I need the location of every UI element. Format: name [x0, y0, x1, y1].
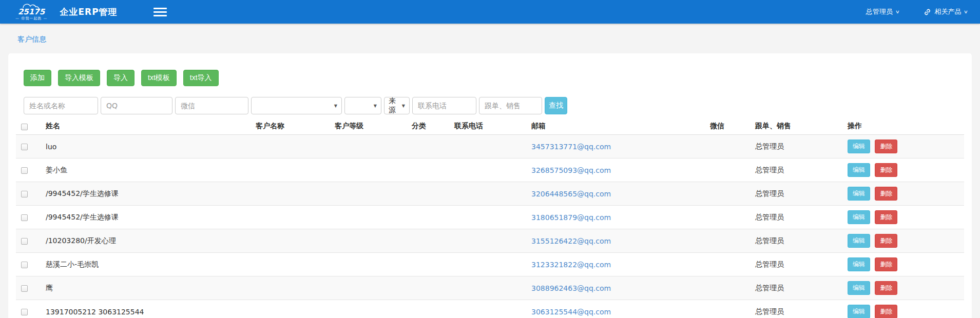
import-button[interactable]: 导入	[107, 70, 134, 86]
email-link[interactable]: 3206448565@qq.com	[531, 190, 611, 198]
cell-wechat	[705, 135, 750, 158]
edit-button[interactable]: 编辑	[848, 210, 870, 224]
row-checkbox[interactable]	[21, 144, 28, 150]
edit-button[interactable]: 编辑	[848, 257, 870, 271]
edit-button[interactable]: 编辑	[848, 305, 870, 318]
import-template-button[interactable]: 导入模板	[58, 70, 100, 86]
email-link[interactable]: 3123321822@qq.com	[531, 261, 611, 269]
cell-wechat	[705, 300, 750, 318]
cell-customer-name	[251, 135, 330, 158]
cell-phone	[449, 276, 526, 300]
source-select[interactable]: 来源 ▼	[384, 97, 410, 114]
name-search-input[interactable]	[24, 97, 98, 114]
row-checkbox[interactable]	[21, 309, 28, 315]
table-row: luo 3457313771@qq.com 总管理员 编辑 删除	[16, 135, 964, 158]
user-menu-label: 总管理员	[866, 7, 893, 16]
cell-customer-name	[251, 206, 330, 229]
cell-sales: 总管理员	[750, 300, 842, 318]
filter-select-1[interactable]: ▼	[251, 97, 342, 114]
cell-phone	[449, 300, 526, 318]
delete-button[interactable]: 删除	[875, 187, 897, 201]
cell-category	[407, 229, 449, 253]
cell-wechat	[705, 276, 750, 300]
table-row: /9945452/学生选修课 3206448565@qq.com 总管理员 编辑…	[16, 182, 964, 206]
email-link[interactable]: 3088962463@qq.com	[531, 284, 611, 292]
table-row: /10203280/开发心理 3155126422@qq.com 总管理员 编辑…	[16, 229, 964, 253]
qq-search-input[interactable]	[101, 97, 172, 114]
cell-category	[407, 158, 449, 182]
delete-button[interactable]: 删除	[875, 281, 897, 295]
cloud-icon: 25175	[16, 3, 46, 16]
cell-phone	[449, 135, 526, 158]
cell-sales: 总管理员	[750, 158, 842, 182]
chevron-down-icon: ▼	[374, 104, 377, 108]
cell-customer-name	[251, 158, 330, 182]
cell-sales: 总管理员	[750, 135, 842, 158]
email-link[interactable]: 3180651879@qq.com	[531, 213, 611, 222]
cell-category	[407, 182, 449, 206]
user-menu[interactable]: 总管理员 ∨	[866, 7, 899, 16]
delete-button[interactable]: 删除	[875, 140, 897, 153]
column-header-2: 客户等级	[330, 118, 407, 135]
row-checkbox[interactable]	[21, 191, 28, 197]
edit-button[interactable]: 编辑	[848, 163, 870, 177]
filter-select-2[interactable]: ▼	[344, 97, 381, 114]
cell-category	[407, 253, 449, 276]
delete-button[interactable]: 删除	[875, 257, 897, 271]
edit-button[interactable]: 编辑	[848, 187, 870, 201]
search-button[interactable]: 查找	[545, 97, 567, 114]
table-row: 13917005212 3063125544 3063125544@qq.com…	[16, 300, 964, 318]
row-checkbox[interactable]	[21, 214, 28, 221]
row-checkbox[interactable]	[21, 285, 28, 292]
email-link[interactable]: 3155126422@qq.com	[531, 237, 611, 245]
delete-button[interactable]: 删除	[875, 210, 897, 224]
chevron-down-icon: ▼	[402, 104, 405, 108]
cell-wechat	[705, 206, 750, 229]
cell-customer-name	[251, 300, 330, 318]
cell-level	[330, 229, 407, 253]
row-checkbox[interactable]	[21, 238, 28, 245]
column-header-0: 姓名	[41, 118, 251, 135]
table-body: luo 3457313771@qq.com 总管理员 编辑 删除 姜小鱼 326…	[16, 135, 964, 318]
select-all-checkbox[interactable]	[21, 124, 28, 130]
email-link[interactable]: 3268575093@qq.com	[531, 166, 611, 174]
add-button[interactable]: 添加	[24, 70, 51, 86]
row-checkbox[interactable]	[21, 262, 28, 268]
email-link[interactable]: 3457313771@qq.com	[531, 143, 611, 151]
edit-button[interactable]: 编辑	[848, 281, 870, 295]
edit-button[interactable]: 编辑	[848, 140, 870, 153]
related-products-menu[interactable]: 相关产品 ∨	[924, 7, 968, 16]
logo-tagline: — 你我一起跑 —	[15, 17, 47, 21]
sales-search-input[interactable]	[479, 97, 542, 114]
cell-name: luo	[41, 135, 251, 158]
delete-button[interactable]: 删除	[875, 305, 897, 318]
navbar: 25175 — 你我一起跑 — 企业ERP管理 总管理员 ∨ 相关产品 ∨	[0, 0, 980, 24]
table-row: 慈溪二小-毛崇凯 3123321822@qq.com 总管理员 编辑 删除	[16, 253, 964, 276]
hamburger-menu-icon[interactable]	[153, 8, 167, 16]
cell-wechat	[705, 182, 750, 206]
breadcrumb-customer-info[interactable]: 客户信息	[17, 35, 46, 43]
cell-phone	[449, 206, 526, 229]
cell-level	[330, 158, 407, 182]
table-row: /9945452/学生选修课 3180651879@qq.com 总管理员 编辑…	[16, 206, 964, 229]
cell-sales: 总管理员	[750, 276, 842, 300]
app-title: 企业ERP管理	[60, 6, 117, 18]
phone-search-input[interactable]	[412, 97, 476, 114]
txt-template-button[interactable]: txt模板	[141, 70, 177, 86]
txt-import-button[interactable]: txt导入	[183, 70, 219, 86]
cell-phone	[449, 253, 526, 276]
cell-category	[407, 276, 449, 300]
cell-category	[407, 300, 449, 318]
edit-button[interactable]: 编辑	[848, 234, 870, 248]
cell-customer-name	[251, 276, 330, 300]
column-header-3: 分类	[407, 118, 449, 135]
row-checkbox[interactable]	[21, 167, 28, 174]
email-link[interactable]: 3063125544@qq.com	[531, 308, 611, 316]
delete-button[interactable]: 删除	[875, 163, 897, 177]
delete-button[interactable]: 删除	[875, 234, 897, 248]
cell-wechat	[705, 253, 750, 276]
cell-name: 慈溪二小-毛崇凯	[41, 253, 251, 276]
wechat-search-input[interactable]	[175, 97, 248, 114]
column-header-4: 联系电话	[449, 118, 526, 135]
cell-category	[407, 135, 449, 158]
